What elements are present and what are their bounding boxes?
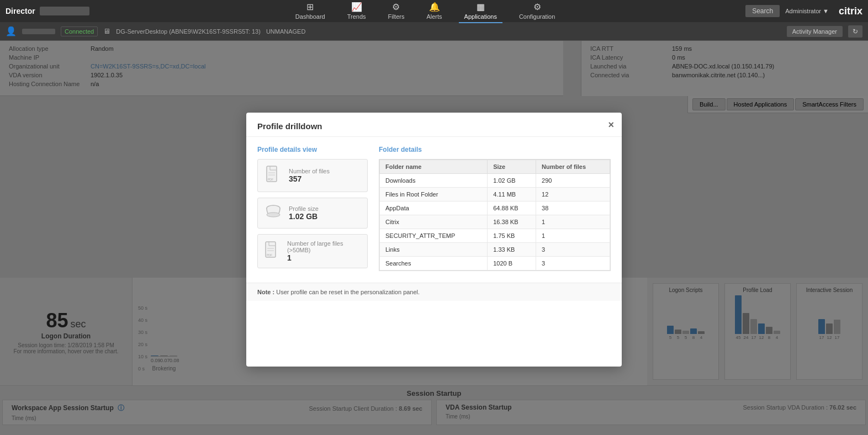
table-cell-size: 1020 B bbox=[488, 257, 536, 270]
table-cell-size: 1.02 GB bbox=[488, 174, 536, 188]
table-cell-name: Files in Root Folder bbox=[380, 188, 488, 201]
modal: Profile drilldown × Profile details view bbox=[246, 113, 622, 367]
filters-icon: ⚙ bbox=[392, 2, 400, 12]
table-row: AppData64.88 KB38 bbox=[380, 201, 610, 215]
nav-item-applications[interactable]: ▦ Applications bbox=[459, 0, 502, 23]
nav-label-filters: Filters bbox=[388, 13, 405, 20]
large-label: Number of large files (>50MB) bbox=[287, 240, 361, 253]
table-cell-count: 1 bbox=[536, 215, 610, 229]
files-info: Number of files 357 bbox=[289, 168, 330, 183]
table-cell-name: Citrix bbox=[380, 215, 488, 229]
table-cell-count: 3 bbox=[536, 243, 610, 257]
refresh-button[interactable]: ↻ bbox=[848, 25, 862, 38]
table-cell-name: SECURITY_ATTR_TEMP bbox=[380, 229, 488, 243]
user-icon: 👤 bbox=[6, 26, 17, 36]
nav-label-configuration: Configuration bbox=[519, 13, 555, 20]
modal-left: Profile details view PDF bbox=[257, 146, 379, 274]
table-cell-count: 290 bbox=[536, 174, 610, 188]
size-value: 1.02 GB bbox=[289, 212, 319, 221]
table-cell-size: 1.33 KB bbox=[488, 243, 536, 257]
alerts-icon: 🔔 bbox=[429, 2, 440, 12]
profile-details-label: Profile details view bbox=[257, 146, 368, 153]
activity-manager-button[interactable]: Activity Manager bbox=[787, 26, 843, 37]
modal-close-button[interactable]: × bbox=[608, 119, 614, 131]
session-bar: 👤 Connected 🖥 DG-ServerDesktop (ABNE9\W2… bbox=[0, 22, 868, 41]
svg-text:PDF: PDF bbox=[268, 178, 273, 181]
folder-details-label: Folder details bbox=[379, 146, 611, 153]
svg-text:PDF: PDF bbox=[267, 253, 272, 257]
nav-label-alerts: Alerts bbox=[426, 13, 442, 20]
user-avatar-placeholder bbox=[22, 29, 55, 34]
folder-table-wrap[interactable]: Folder name Size Number of files Downloa… bbox=[379, 159, 611, 271]
machine-name: DG-ServerDesktop (ABNE9\W2K16ST-9SSRS5T:… bbox=[116, 28, 261, 35]
modal-overlay: Profile drilldown × Profile details view bbox=[0, 41, 868, 435]
table-cell-name: Downloads bbox=[380, 174, 488, 188]
admin-label[interactable]: Administrator ▼ bbox=[785, 8, 829, 14]
director-label: Director bbox=[6, 7, 35, 15]
col-folder-name: Folder name bbox=[380, 160, 488, 174]
size-label: Profile size bbox=[289, 205, 319, 212]
size-info: Profile size 1.02 GB bbox=[289, 205, 319, 221]
table-cell-count: 1 bbox=[536, 229, 610, 243]
table-cell-size: 1.75 KB bbox=[488, 229, 536, 243]
table-cell-count: 3 bbox=[536, 257, 610, 270]
table-cell-name: AppData bbox=[380, 201, 488, 215]
table-row: Citrix16.38 KB1 bbox=[380, 215, 610, 229]
folder-table: Folder name Size Number of files Downloa… bbox=[379, 160, 610, 270]
machine-icon: 🖥 bbox=[103, 27, 110, 35]
folder-table-body: Downloads1.02 GB290Files in Root Folder4… bbox=[380, 174, 610, 270]
files-value: 357 bbox=[289, 174, 330, 183]
modal-note: Note : User profile can be reset in the … bbox=[246, 283, 622, 301]
files-label: Number of files bbox=[289, 168, 330, 174]
modal-title: Profile drilldown bbox=[257, 121, 322, 131]
large-info: Number of large files (>50MB) 1 bbox=[287, 240, 361, 262]
stat-card-size: Profile size 1.02 GB bbox=[257, 198, 368, 229]
col-size: Size bbox=[488, 160, 536, 174]
nav-right: Search Administrator ▼ citrix bbox=[745, 5, 862, 17]
table-row: Files in Root Folder4.11 MB12 bbox=[380, 188, 610, 201]
table-cell-size: 4.11 MB bbox=[488, 188, 536, 201]
connected-badge: Connected bbox=[61, 26, 98, 36]
table-row: Searches1020 B3 bbox=[380, 257, 610, 270]
table-cell-name: Links bbox=[380, 243, 488, 257]
large-value: 1 bbox=[287, 253, 361, 262]
note-text: User profile can be reset in the persona… bbox=[276, 289, 420, 295]
top-nav: Director ⊞ Dashboard 📈 Trends ⚙ Filters … bbox=[0, 0, 868, 22]
applications-icon: ▦ bbox=[477, 2, 485, 12]
trends-icon: 📈 bbox=[351, 2, 362, 12]
nav-item-dashboard[interactable]: ⊞ Dashboard bbox=[290, 0, 331, 23]
modal-header: Profile drilldown × bbox=[246, 113, 622, 137]
svg-point-5 bbox=[267, 213, 280, 217]
table-cell-name: Searches bbox=[380, 257, 488, 270]
nav-item-configuration[interactable]: ⚙ Configuration bbox=[514, 0, 560, 23]
search-button[interactable]: Search bbox=[745, 5, 780, 17]
table-cell-size: 64.88 KB bbox=[488, 201, 536, 215]
note-label: Note : bbox=[257, 289, 274, 295]
configuration-icon: ⚙ bbox=[533, 2, 541, 12]
unmanaged-badge: UNMANAGED bbox=[266, 28, 306, 35]
search-nav-input[interactable] bbox=[40, 7, 89, 15]
nav-item-trends[interactable]: 📈 Trends bbox=[342, 0, 372, 23]
dashboard-icon: ⊞ bbox=[306, 2, 314, 12]
citrix-logo: citrix bbox=[839, 6, 862, 17]
size-icon bbox=[264, 204, 282, 222]
nav-item-alerts[interactable]: 🔔 Alerts bbox=[421, 0, 447, 23]
files-icon: PDF bbox=[264, 165, 282, 186]
brand: Director bbox=[6, 7, 105, 15]
table-cell-count: 12 bbox=[536, 188, 610, 201]
nav-label-trends: Trends bbox=[347, 13, 366, 20]
table-row: SECURITY_ATTR_TEMP1.75 KB1 bbox=[380, 229, 610, 243]
modal-right: Folder details Folder name Size Number o… bbox=[379, 146, 611, 274]
nav-item-filters[interactable]: ⚙ Filters bbox=[383, 0, 410, 23]
table-cell-count: 38 bbox=[536, 201, 610, 215]
nav-center: ⊞ Dashboard 📈 Trends ⚙ Filters 🔔 Alerts … bbox=[105, 0, 745, 23]
bg-content: Allocation type Random Machine IP Organi… bbox=[0, 41, 868, 435]
stat-card-large: PDF Number of large files (>50MB) 1 bbox=[257, 234, 368, 268]
table-row: Links1.33 KB3 bbox=[380, 243, 610, 257]
nav-label-dashboard: Dashboard bbox=[295, 13, 325, 20]
modal-body: Profile details view PDF bbox=[246, 137, 622, 283]
nav-label-applications: Applications bbox=[464, 13, 497, 20]
col-num-files: Number of files bbox=[536, 160, 610, 174]
large-files-icon: PDF bbox=[264, 241, 280, 262]
table-row: Downloads1.02 GB290 bbox=[380, 174, 610, 188]
